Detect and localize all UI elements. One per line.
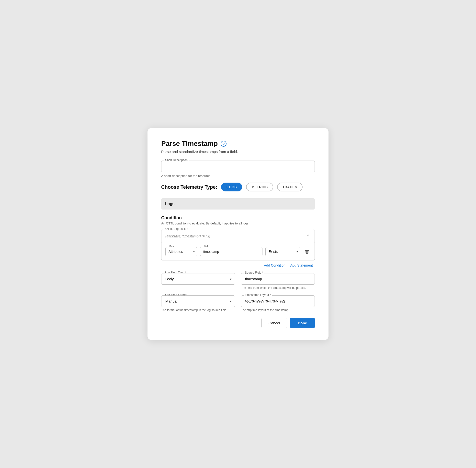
condition-section: Condition An OTTL condition to evaluate.… [161,215,315,273]
telemetry-btn-traces[interactable]: TRACES [277,183,303,191]
telemetry-btn-logs[interactable]: LOGS [221,183,242,191]
source-field-label: Source Field * [244,271,264,274]
match-select-wrap: Match Attributes Body Resource ▾ [165,247,197,256]
delete-condition-button[interactable] [303,248,311,255]
page-title: Parse Timestamp [161,140,218,147]
log-field-type-select[interactable]: Body Attributes Resource [161,273,235,285]
log-time-format-select[interactable]: Manual Auto [161,295,235,307]
operator-select-wrap: Exists Does Not Exist Equals Not Equals … [266,247,300,256]
short-description-hint: A short description for the resource [161,174,315,178]
add-statement-button[interactable]: Add Statement [288,263,315,267]
timestamp-layout-hint: The strptime layout of the timestamp. [241,308,315,312]
log-time-format-hint: The format of the timestamp in the log s… [161,308,235,312]
telemetry-label: Choose Telemetry Type: [161,184,217,190]
telemetry-btn-metrics[interactable]: METRICS [246,183,273,191]
two-col-top: Log Field Type * Body Attributes Resourc… [161,273,315,290]
condition-title: Condition [161,215,315,220]
modal-header: Parse Timestamp ? [161,140,315,147]
field-input[interactable] [200,247,263,256]
source-field-field: Source Field * The field from which the … [241,273,315,290]
match-select[interactable]: Attributes Body Resource [165,247,197,256]
field-input-wrap: Field [200,247,263,256]
ottl-collapse-button[interactable]: ⌃ [306,233,311,239]
match-label: Match [168,245,177,248]
short-description-field: Short Description [161,161,315,172]
timestamp-layout-input[interactable] [241,295,315,307]
source-field-input[interactable] [241,273,315,285]
source-field-hint: The field from which the timestamp will … [241,286,315,290]
ottl-expression-field: OTTL Expression (attributes["timestamp"]… [161,229,315,243]
cancel-button[interactable]: Cancel [262,318,287,328]
timestamp-layout-field: Timestamp Layout * The strptime layout o… [241,295,315,312]
telemetry-section: Choose Telemetry Type: LOGS METRICS TRAC… [161,183,315,191]
short-description-input[interactable] [161,161,315,172]
condition-row: Match Attributes Body Resource ▾ Field E… [161,243,315,261]
done-button[interactable]: Done [290,318,315,328]
operator-select[interactable]: Exists Does Not Exist Equals Not Equals [266,247,300,256]
add-condition-button[interactable]: Add Condition [262,263,287,267]
log-time-format-field: Log Time Format Manual Auto ▾ The format… [161,295,235,312]
modal: Parse Timestamp ? Parse and standardize … [148,128,328,340]
logs-section-header: Logs [161,198,315,209]
modal-footer: Cancel Done [161,318,315,328]
modal-subtitle: Parse and standardize timestamps from a … [161,149,315,154]
help-icon[interactable]: ? [221,141,226,146]
ottl-expression-label: OTTL Expression [164,227,189,231]
ottl-expression-value: (attributes["timestamp"] != nil) [165,234,306,238]
timestamp-layout-label: Timestamp Layout * [244,293,272,297]
short-description-label: Short Description [164,158,189,162]
two-col-bottom: Log Time Format Manual Auto ▾ The format… [161,295,315,312]
field-label: Field [203,245,210,248]
log-field-type-field: Log Field Type * Body Attributes Resourc… [161,273,235,290]
condition-subtitle: An OTTL condition to evaluate. By defaul… [161,221,315,225]
